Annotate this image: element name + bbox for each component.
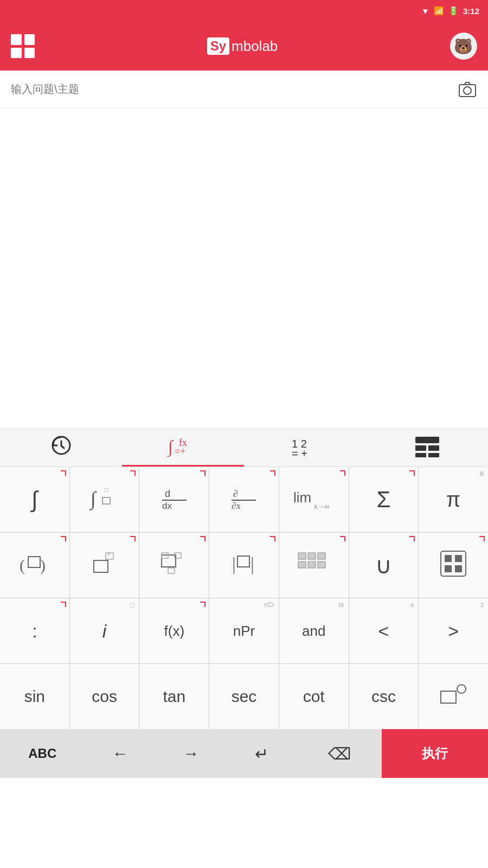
svg-rect-44 [445,555,452,562]
keyboard-tabs: ∫ fx =+ 1 2 = + [0,429,488,467]
key-pi[interactable]: θ π [419,467,488,532]
status-bar: ▼ 📶 🔋 3:12 [0,0,488,22]
key-greater-than[interactable]: z > [419,598,488,663]
key-union[interactable]: ∪ [349,533,419,598]
search-area[interactable] [0,71,488,108]
enter-button[interactable]: ↵ [226,729,297,778]
svg-text:□: □ [105,486,108,494]
wifi-icon: ▼ [421,7,429,16]
key-sin[interactable]: sin [0,664,69,729]
svg-text:dx: dx [162,501,172,511]
execute-button[interactable]: 执行 [382,729,488,778]
status-icons: ▼ 📶 🔋 3:12 [421,6,479,16]
key-row-2: ( ) ' [0,533,488,598]
svg-text:lim: lim [293,489,311,506]
svg-rect-10 [428,445,439,451]
key-abs[interactable]: | | [209,533,279,598]
svg-rect-40 [298,561,306,568]
svg-rect-25 [28,557,40,567]
search-input[interactable] [11,83,458,95]
content-area [0,108,488,429]
user-avatar[interactable]: 🐻 [450,33,477,60]
key-and[interactable]: or and [279,598,349,663]
key-integral-bounds[interactable]: ∫ □ [70,467,139,532]
right-arrow-button[interactable]: → [156,729,226,778]
key-cot[interactable]: cot [279,664,349,729]
time-display: 3:12 [463,7,479,16]
key-nperm[interactable]: nCr nPr [209,598,279,663]
svg-rect-8 [415,437,439,443]
svg-rect-33 [168,568,175,573]
svg-rect-43 [441,551,466,576]
key-row-4: sin cos tan sec cot csc [0,664,488,729]
svg-text:': ' [108,552,110,563]
svg-text:∫: ∫ [167,437,174,457]
svg-rect-41 [308,561,316,568]
svg-text:∫: ∫ [89,488,97,510]
svg-rect-12 [428,453,439,457]
key-matrix-display[interactable] [279,533,349,598]
key-integral[interactable]: ∫ [0,467,69,532]
key-cos[interactable]: cos [70,664,139,729]
svg-rect-11 [415,453,426,457]
tab-numbers[interactable]: 1 2 = + [244,429,366,467]
numbers-icon: 1 2 = + [291,436,320,461]
svg-text:= +: = + [292,448,307,458]
layout-icon [414,436,440,461]
svg-rect-48 [441,691,456,703]
grid-cell [11,34,22,45]
key-sum[interactable]: Σ [349,467,419,532]
svg-rect-38 [308,553,316,559]
svg-text:|: | [232,554,236,574]
svg-rect-30 [162,555,176,567]
key-limit[interactable]: lim x→∞ [279,467,349,532]
key-function-fx[interactable]: f(x) [139,598,209,663]
camera-icon[interactable] [458,80,477,99]
key-paren-box[interactable]: ( ) [0,533,69,598]
svg-rect-9 [415,445,426,451]
key-subscript[interactable] [139,533,209,598]
delete-button[interactable]: ⌫ [297,729,382,778]
key-csc[interactable]: csc [349,664,419,729]
svg-rect-39 [318,553,325,559]
key-row-1: ∫ ∫ □ d dx [0,467,488,532]
key-less-than[interactable]: s < [349,598,419,663]
key-tan[interactable]: tan [139,664,209,729]
functions-icon: ∫ fx =+ [167,434,200,462]
svg-text:(: ( [20,556,25,575]
key-colon[interactable]: : [0,598,69,663]
key-superscript[interactable]: ' [70,533,139,598]
svg-rect-45 [455,555,462,562]
svg-point-1 [464,87,471,94]
svg-rect-42 [318,561,325,568]
logo-sy: Sy [207,37,229,55]
keys-area: ∫ ∫ □ d dx [0,467,488,729]
app-logo: Sy mbolab [207,37,278,55]
key-partial-derivative[interactable]: ∂ ∂x [209,467,279,532]
key-sec[interactable]: sec [209,664,279,729]
app-header: Sy mbolab 🐻 [0,22,488,71]
logo-mbolab: mbolab [232,38,278,55]
key-imaginary[interactable]: □ i [70,598,139,663]
grid-cell [11,48,22,59]
tab-layout[interactable] [366,429,488,467]
grid-cell [24,34,35,45]
svg-rect-47 [455,565,462,572]
signal-icon: 📶 [434,6,444,16]
svg-rect-46 [445,565,452,572]
svg-text:d: d [165,488,170,499]
svg-text:x→∞: x→∞ [314,502,330,510]
key-degree[interactable] [419,664,488,729]
svg-rect-27 [94,560,108,572]
grid-menu-button[interactable] [11,34,35,58]
abc-button[interactable]: ABC [0,729,85,778]
bottom-toolbar: ABC ← → ↵ ⌫ 执行 [0,729,488,778]
key-derivative[interactable]: d dx [139,467,209,532]
left-arrow-button[interactable]: ← [85,729,156,778]
svg-text:∂: ∂ [233,488,238,499]
tab-functions[interactable]: ∫ fx =+ [122,429,244,467]
svg-text:|: | [251,554,254,574]
key-grid4[interactable] [419,533,488,598]
tab-history[interactable] [0,429,122,467]
svg-rect-37 [298,553,306,559]
